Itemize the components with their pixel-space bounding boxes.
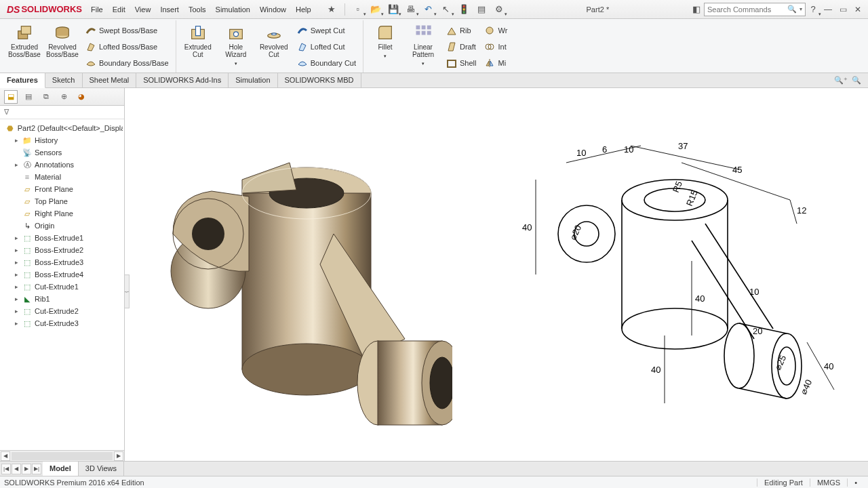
select-icon[interactable]: ↖▾ (439, 2, 454, 17)
menu-view[interactable]: View (130, 1, 156, 18)
tab-last-icon[interactable]: ▶| (32, 464, 41, 474)
extruded-cut-button[interactable]: Extruded Cut (180, 22, 216, 58)
view-tab-model[interactable]: Model (43, 462, 79, 476)
status-units[interactable]: MMGS (810, 479, 847, 487)
search-commands[interactable]: 🔍 ▾ (704, 3, 806, 16)
graphics-viewport[interactable]: ⟩ (125, 88, 868, 461)
lofted-cut-button[interactable]: Lofted Cut (294, 39, 359, 54)
tree-item[interactable]: ▸⬚Cut-Extrude2 (1, 305, 123, 317)
draft-button[interactable]: Draft (443, 39, 479, 54)
expand-icon[interactable]: ▸ (14, 137, 20, 144)
new-doc-icon[interactable]: ▫▾ (351, 2, 366, 17)
expand-icon[interactable]: ▸ (14, 308, 20, 314)
save-icon[interactable]: 💾▾ (386, 2, 401, 17)
tab-solidworks-mbd[interactable]: SOLIDWORKS MBD (278, 73, 361, 87)
tree-item[interactable]: ↳Origin (1, 220, 123, 232)
menu-edit[interactable]: Edit (108, 1, 130, 18)
search-input[interactable] (707, 5, 785, 14)
menu-window[interactable]: Window (255, 1, 291, 18)
lofted-boss-base-button[interactable]: Lofted Boss/Base (83, 39, 172, 54)
tree-root[interactable]: ⬣ Part2 (Default<<Default>_Displa (1, 122, 123, 134)
open-doc-icon[interactable]: 📂▾ (368, 2, 383, 17)
display-manager-tab-icon[interactable]: ◕ (75, 90, 88, 104)
dimxpert-manager-tab-icon[interactable]: ⊕ (57, 90, 71, 104)
menu-simulation[interactable]: Simulation (211, 1, 255, 18)
tree-item-label: Sensors (35, 148, 62, 157)
undo-icon[interactable]: ↶▾ (421, 2, 436, 17)
tree-item[interactable]: ▸⬚Boss-Extrude1 (1, 232, 123, 244)
tab-solidworks-add-ins[interactable]: SOLIDWORKS Add-Ins (136, 73, 229, 87)
intersect-button[interactable]: Int (481, 39, 510, 54)
shell-button[interactable]: Shell (443, 56, 479, 70)
settings-gear-icon[interactable]: ⚙▾ (492, 2, 507, 17)
tree-item[interactable]: ≡Material (1, 171, 123, 183)
tab-prev-icon[interactable]: ◀ (12, 464, 21, 474)
zoom-to-fit-icon[interactable]: 🔍⁺ (834, 76, 848, 85)
revolved-cut-button[interactable]: Revolved Cut (256, 22, 292, 58)
property-manager-tab-icon[interactable]: ▤ (22, 90, 35, 104)
rebuild-icon[interactable]: 🚦 (456, 2, 471, 17)
expand-icon[interactable]: ▸ (14, 296, 20, 302)
star-icon[interactable]: ★ (324, 2, 339, 17)
menu-file[interactable]: File (86, 1, 108, 18)
tree-item[interactable]: ▸⬚Cut-Extrude1 (1, 281, 123, 293)
expand-icon[interactable]: ▸ (14, 259, 20, 266)
tree-item[interactable]: ▸📁History (1, 134, 123, 146)
filter-row[interactable]: ∇ (0, 106, 124, 119)
search-icon[interactable]: 🔍 (787, 5, 797, 14)
tree-item[interactable]: 📡Sensors (1, 146, 123, 159)
rib-button[interactable]: Rib (443, 23, 479, 38)
menu-insert[interactable]: Insert (155, 1, 184, 18)
tree-item[interactable]: ▸⬚Boss-Extrude2 (1, 244, 123, 256)
extruded-boss-base-button[interactable]: Extruded Boss/Base (7, 22, 42, 58)
swept-boss-base-button[interactable]: Swept Boss/Base (83, 23, 172, 38)
linear-pattern-button[interactable]: Linear Pattern▾ (406, 22, 441, 67)
restore-icon[interactable]: ▭ (835, 3, 850, 16)
boundary-boss-base-button[interactable]: Boundary Boss/Base (83, 56, 172, 70)
scroll-left-icon[interactable]: ◀ (1, 451, 10, 461)
tab-first-icon[interactable]: |◀ (1, 464, 11, 474)
hole-wizard-button[interactable]: Hole Wizard▾ (218, 22, 254, 67)
menu-tools[interactable]: Tools (184, 1, 211, 18)
tree-item[interactable]: ▸⬚Boss-Extrude3 (1, 256, 123, 268)
swept-cut-button[interactable]: Swept Cut (294, 23, 359, 38)
tree-item[interactable]: ▸⬚Cut-Extrude3 (1, 317, 123, 329)
configuration-manager-tab-icon[interactable]: ⧉ (39, 90, 53, 104)
expand-icon[interactable]: ▸ (14, 235, 20, 241)
help-icon[interactable]: ?▾ (806, 2, 821, 17)
expand-icon[interactable]: ▸ (14, 283, 20, 290)
options-list-icon[interactable]: ▤ (474, 2, 489, 17)
feature-manager-tab-icon[interactable]: ⬓ (4, 90, 18, 104)
tree-item[interactable]: ▸⬚Boss-Extrude4 (1, 268, 123, 281)
tab-simulation[interactable]: Simulation (229, 73, 277, 87)
tree-item[interactable]: ▱Right Plane (1, 207, 123, 220)
scroll-right-icon[interactable]: ▶ (114, 451, 123, 461)
tab-sheet-metal[interactable]: Sheet Metal (83, 73, 137, 87)
fillet-button[interactable]: Fillet▾ (368, 22, 403, 60)
view-tab-3d-views[interactable]: 3D Views (79, 462, 124, 476)
tab-features[interactable]: Features (0, 73, 45, 88)
expand-icon[interactable]: ▸ (14, 320, 20, 327)
revolved-boss-base-button[interactable]: Revolved Boss/Base (45, 22, 80, 58)
close-icon[interactable]: ✕ (850, 3, 865, 16)
tree-item[interactable]: ▱Front Plane (1, 183, 123, 195)
expand-icon[interactable]: ▸ (14, 161, 20, 168)
zoom-window-icon[interactable]: 🔍 (852, 76, 861, 85)
boundary-cut-button[interactable]: Boundary Cut (294, 56, 359, 70)
feature-tree-hscroll[interactable]: ◀ ▶ (0, 450, 124, 461)
feature-tree[interactable]: ⬣ Part2 (Default<<Default>_Displa ▸📁Hist… (0, 119, 124, 450)
mirror-button[interactable]: Mi (481, 56, 510, 70)
wrap-button[interactable]: Wr (481, 23, 510, 38)
tab-next-icon[interactable]: ▶ (22, 464, 31, 474)
tree-item[interactable]: ▸ⒶAnnotations (1, 159, 123, 171)
expand-icon[interactable]: ▸ (14, 247, 20, 253)
status-menu-icon[interactable]: • (847, 479, 864, 487)
menu-help[interactable]: Help (291, 1, 316, 18)
tree-item[interactable]: ▸◣Rib1 (1, 293, 123, 305)
tab-sketch[interactable]: Sketch (45, 73, 83, 87)
expand-icon[interactable]: ▸ (14, 271, 20, 278)
minimize-icon[interactable]: — (821, 3, 835, 16)
tree-item[interactable]: ▱Top Plane (1, 195, 123, 207)
search-type-icon[interactable]: ◧ (689, 2, 704, 17)
print-icon[interactable]: 🖶▾ (403, 2, 418, 17)
